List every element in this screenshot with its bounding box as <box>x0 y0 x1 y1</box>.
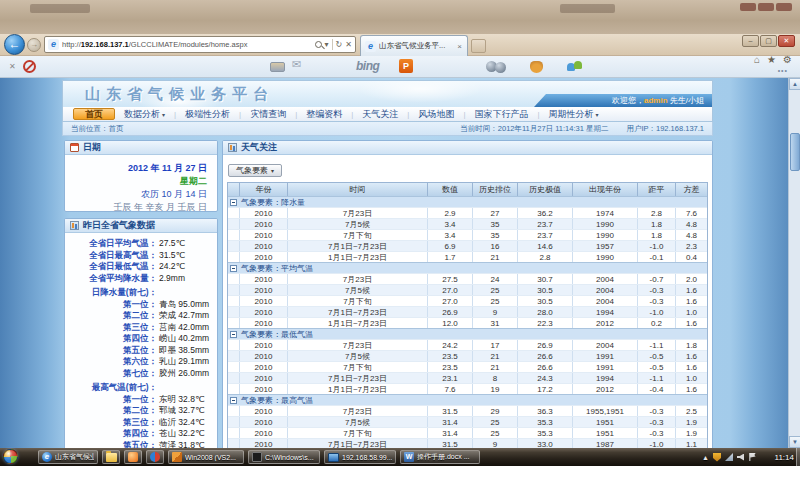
tab-title[interactable]: 山东省气候业务平... <box>379 41 456 51</box>
favorites-card-icon[interactable] <box>270 62 285 72</box>
table-cell: 2004 <box>573 296 638 306</box>
table-cell: 1994 <box>573 373 638 383</box>
paw-icon[interactable] <box>530 61 543 73</box>
tray-expand-icon[interactable]: ▲ <box>702 454 709 461</box>
menu-item-极端性分析[interactable]: 极端性分析 <box>176 108 239 121</box>
volume-icon[interactable] <box>737 454 744 461</box>
table-group-band[interactable]: 气象要素：降水量 <box>228 196 707 207</box>
browser-navigation-bar: ← → e http://192.168.137.1/GLCCLIMATE/mo… <box>0 34 800 56</box>
table-cell: 1990 <box>573 230 638 240</box>
taskbar-button-folder[interactable] <box>102 450 120 464</box>
taskbar-button-ie[interactable]: e山东省气候业... <box>38 450 98 464</box>
mail-icon[interactable]: ✉ <box>292 58 301 71</box>
autocomplete-dropdown-icon[interactable]: ▾ <box>325 40 329 49</box>
table-row[interactable]: 20107月下旬3.43523.719901.84.8 <box>228 229 707 240</box>
menu-item-风场地图[interactable]: 风场地图 <box>409 108 463 121</box>
address-bar[interactable]: e http://192.168.137.1/GLCCLIMATE/module… <box>44 36 356 53</box>
home-icon[interactable]: ⌂ <box>754 54 760 65</box>
network-icon[interactable] <box>725 453 733 461</box>
refresh-icon[interactable]: ↻ <box>336 40 343 49</box>
table-row[interactable]: 20107月5候31.42535.31951-0.31.9 <box>228 416 707 427</box>
people-icon[interactable] <box>567 60 587 73</box>
collapse-icon[interactable] <box>230 331 237 338</box>
menu-item-周期性分析[interactable]: 周期性分析▾ <box>540 108 608 121</box>
scroll-up-icon[interactable]: ▲ <box>789 78 800 90</box>
weather-focus-panel: 天气关注 气象要素 ▾ 年份时间数值历史排位历史极值出现年份距平方差气象要素：降… <box>222 140 713 448</box>
menu-item-灾情查询[interactable]: 灾情查询 <box>241 108 295 121</box>
table-cell: 26.6 <box>518 351 573 361</box>
table-row[interactable]: 20107月下旬31.42535.31951-0.31.9 <box>228 427 707 438</box>
table-cell: 1.8 <box>638 230 676 240</box>
table-row[interactable]: 20101月1日~7月23日7.61917.22012-0.41.6 <box>228 383 707 394</box>
table-cell: 31.5 <box>428 406 473 416</box>
collapse-icon[interactable] <box>230 397 237 404</box>
taskbar-button-cmd[interactable]: C:\Windows\s... <box>248 450 320 464</box>
scrollbar-thumb[interactable] <box>790 133 800 171</box>
favorites-star-icon[interactable]: ★ <box>767 54 776 65</box>
flag-icon[interactable] <box>748 453 756 461</box>
table-cell: 26.9 <box>518 340 573 350</box>
search-icon[interactable] <box>315 41 322 48</box>
table-cell: 26.9 <box>428 307 473 317</box>
table-cell: 2010 <box>240 252 288 262</box>
table-cell: 1.6 <box>676 362 707 372</box>
start-button[interactable] <box>3 449 18 464</box>
url-text[interactable]: http://192.168.137.1/GLCCLIMATE/modules/… <box>62 40 315 49</box>
minimize-button[interactable]: – <box>742 35 759 47</box>
table-row[interactable]: 20101月1日~7月23日12.03122.320120.21.6 <box>228 317 707 328</box>
toolbar-close-icon[interactable]: ✕ <box>9 62 16 71</box>
table-row[interactable]: 20107月5候3.43523.719901.84.8 <box>228 218 707 229</box>
vertical-scrollbar[interactable]: ▲ ▼ <box>788 78 800 448</box>
action-center-icon[interactable] <box>713 453 721 462</box>
forward-button[interactable]: → <box>27 38 41 52</box>
taskbar-button-rdp[interactable]: 192.168.58.99... <box>324 450 396 464</box>
table-row[interactable]: 20101月1日~7月23日1.7212.81990-0.10.4 <box>228 251 707 262</box>
menu-item-数据分析[interactable]: 数据分析▾ <box>115 108 174 121</box>
page-favicon-icon: e <box>48 39 59 50</box>
close-button[interactable]: ✕ <box>778 35 795 47</box>
menu-item-首页[interactable]: 首页 <box>73 108 115 120</box>
rank-value: 崂山 40.2mm <box>159 333 209 345</box>
table-group-band[interactable]: 气象要素：平均气温 <box>228 262 707 273</box>
table-row[interactable]: 20107月1日~7月23日6.91614.61957-1.02.3 <box>228 240 707 251</box>
table-row[interactable]: 20107月下旬23.52126.61991-0.51.6 <box>228 361 707 372</box>
table-row[interactable]: 20107月1日~7月23日26.9928.01994-1.01.0 <box>228 306 707 317</box>
new-tab-button[interactable] <box>471 39 486 53</box>
table-group-band[interactable]: 气象要素：最低气温 <box>228 328 707 339</box>
menu-item-国家下行产品[interactable]: 国家下行产品 <box>465 108 537 121</box>
stop-icon[interactable]: ✕ <box>345 40 352 49</box>
toolbar-overflow-icon[interactable]: ••• <box>778 67 788 74</box>
bing-logo[interactable]: bing <box>356 59 379 73</box>
scroll-down-icon[interactable]: ▼ <box>789 436 800 448</box>
element-filter-button[interactable]: 气象要素 ▾ <box>228 164 282 177</box>
binoculars-icon[interactable] <box>486 61 508 73</box>
tools-gear-icon[interactable]: ⚙ <box>783 54 792 65</box>
table-cell: 7月5候 <box>288 417 428 427</box>
menu-item-整编资料[interactable]: 整编资料 <box>297 108 351 121</box>
taskbar-button-orange[interactable] <box>124 450 142 464</box>
browser-tab[interactable]: e 山东省气候业务平... × <box>360 35 468 56</box>
collapse-icon[interactable] <box>230 265 237 272</box>
table-group-band[interactable]: 气象要素：最高气温 <box>228 394 707 405</box>
table-row[interactable]: 20107月23日24.21726.92004-1.11.8 <box>228 339 707 350</box>
table-row[interactable]: 20107月23日2.92736.219742.87.6 <box>228 207 707 218</box>
maximize-button[interactable]: ▢ <box>760 35 777 47</box>
menu-item-天气关注[interactable]: 天气关注 <box>353 108 407 121</box>
bing-toolbar-badge[interactable]: P <box>399 59 413 73</box>
table-row[interactable]: 20107月23日31.52936.31955,1951-0.32.5 <box>228 405 707 416</box>
table-row[interactable]: 20107月5候23.52126.61991-0.51.6 <box>228 350 707 361</box>
table-row[interactable]: 20107月下旬27.02530.52004-0.31.6 <box>228 295 707 306</box>
taskbar-button-round[interactable] <box>146 450 164 464</box>
taskbar-clock[interactable]: 11:14 <box>775 448 794 466</box>
table-row[interactable]: 20107月1日~7月23日31.5933.01987-1.01.1 <box>228 438 707 448</box>
taskbar-button-word[interactable]: W操作手册.docx ... <box>400 450 480 464</box>
back-button[interactable]: ← <box>4 34 25 55</box>
tab-close-icon[interactable]: × <box>456 42 463 51</box>
taskbar-button-vm[interactable]: Win2008 (VS2... <box>168 450 244 464</box>
show-desktop-button[interactable] <box>796 448 800 466</box>
collapse-icon[interactable] <box>230 199 237 206</box>
table-row[interactable]: 20107月5候27.02530.52004-0.31.6 <box>228 284 707 295</box>
table-row[interactable]: 20107月23日27.52430.72004-0.72.0 <box>228 273 707 284</box>
table-cell: 7月5候 <box>288 351 428 361</box>
table-row[interactable]: 20107月1日~7月23日23.1824.31994-1.11.0 <box>228 372 707 383</box>
